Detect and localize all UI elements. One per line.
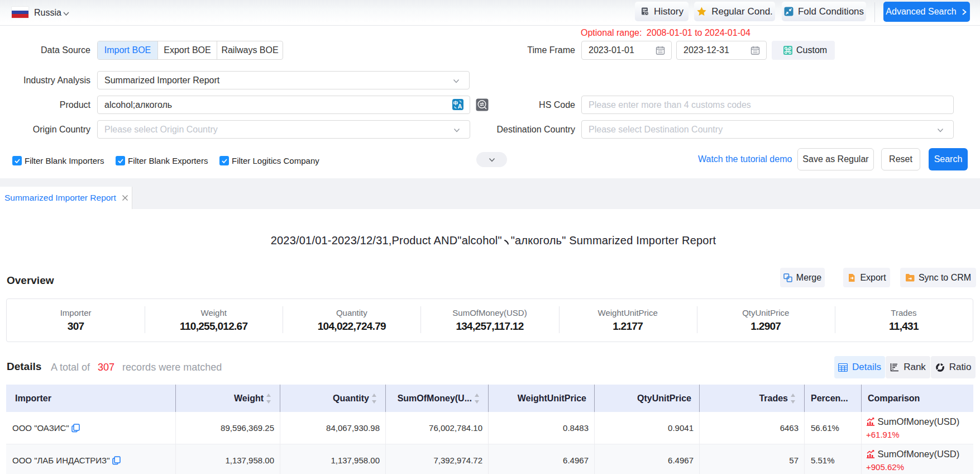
svg-text:A: A (458, 103, 462, 110)
